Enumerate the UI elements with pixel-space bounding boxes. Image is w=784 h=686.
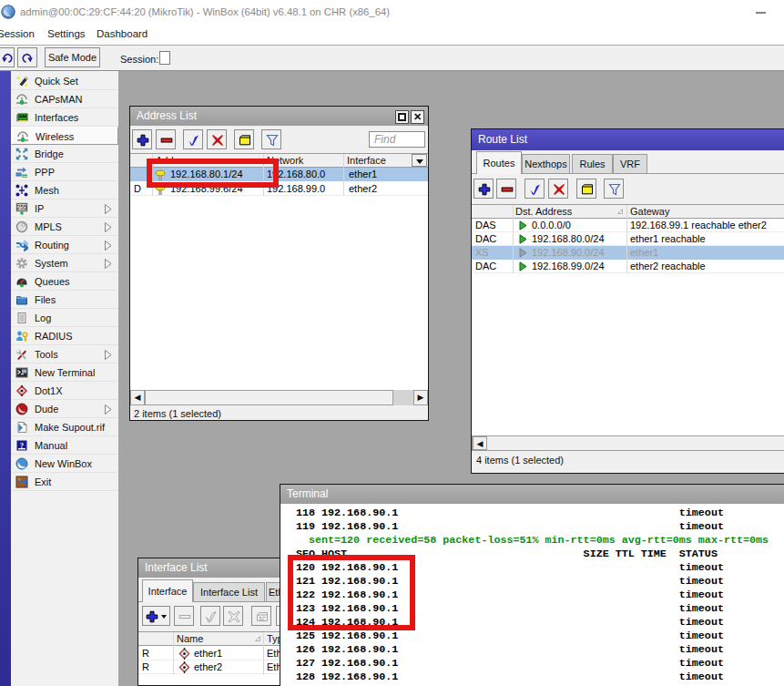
svg-text:255: 255 — [17, 204, 27, 210]
